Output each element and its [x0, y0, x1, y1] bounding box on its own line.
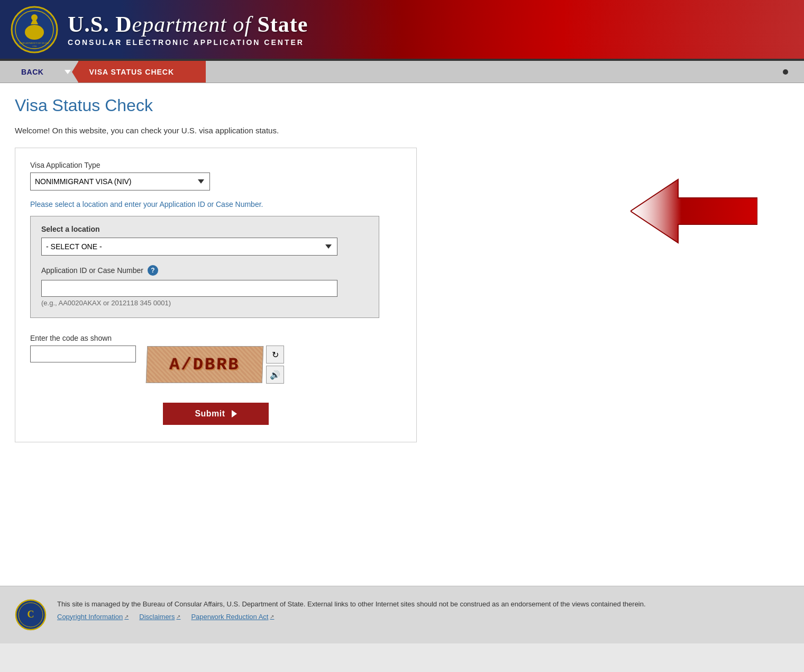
- nav-title: VISA STATUS CHECK: [78, 61, 206, 83]
- header-subtitle: CONSULAR ELECTRONIC APPLICATION CENTER: [68, 38, 308, 47]
- captcha-label: Enter the code as shown: [30, 334, 136, 342]
- app-id-label: Application ID or Case Number: [41, 266, 143, 275]
- captcha-image: A/DBRB: [146, 346, 263, 383]
- svg-text:1789: 1789: [32, 45, 36, 48]
- submit-arrow-icon: [232, 410, 237, 417]
- submit-label: Submit: [195, 409, 225, 419]
- captcha-audio-button[interactable]: 🔊: [266, 366, 284, 384]
- svg-text:DEPARTMENT OF STATE: DEPARTMENT OF STATE: [20, 42, 49, 44]
- footer-managed-text: This site is managed by the Bureau of Co…: [57, 599, 646, 610]
- copyright-link[interactable]: Copyright Information: [57, 613, 129, 621]
- header-title: U.S. Department of State CONSULAR ELECTR…: [68, 12, 308, 46]
- captcha-refresh-button[interactable]: ↻: [266, 346, 284, 364]
- header-seal: DEPARTMENT OF STATE 1789: [11, 6, 58, 53]
- captcha-buttons: ↻ 🔊: [266, 346, 284, 384]
- captcha-input-group: Enter the code as shown: [30, 334, 136, 362]
- navigation-bar: BACK VISA STATUS CHECK: [0, 61, 804, 83]
- visa-type-select[interactable]: NONIMMIGRANT VISA (NIV) IMMIGRANT VISA (…: [30, 172, 210, 190]
- main-content: Visa Status Check Welcome! On this websi…: [0, 83, 804, 586]
- inner-section: Select a location - SELECT ONE - Applica…: [30, 216, 379, 318]
- submit-button[interactable]: Submit: [163, 403, 268, 425]
- footer-seal: C: [15, 599, 47, 631]
- header-title-main: U.S. Department of State: [68, 12, 308, 37]
- page-title: Visa Status Check: [15, 96, 789, 115]
- help-icon[interactable]: ?: [148, 265, 158, 276]
- dropdown-arrow-icon: [65, 70, 71, 74]
- site-header: DEPARTMENT OF STATE 1789 U.S. Department…: [0, 0, 804, 61]
- svg-marker-9: [631, 179, 757, 243]
- app-id-input[interactable]: [41, 280, 337, 297]
- svg-text:C: C: [28, 609, 34, 620]
- svg-point-6: [31, 14, 38, 21]
- form-container: Visa Application Type NONIMMIGRANT VISA …: [15, 148, 417, 442]
- location-hint: Please select a location and enter your …: [30, 200, 401, 208]
- submit-row: Submit: [30, 403, 401, 425]
- select-location-label: Select a location: [41, 225, 368, 233]
- footer-links: Copyright Information Disclaimers Paperw…: [57, 613, 646, 621]
- disclaimers-link[interactable]: Disclaimers: [139, 613, 180, 621]
- welcome-text: Welcome! On this website, you can check …: [15, 126, 789, 135]
- nav-title-text: VISA STATUS CHECK: [89, 68, 174, 76]
- location-select[interactable]: - SELECT ONE -: [41, 238, 337, 256]
- visa-type-label: Visa Application Type: [30, 161, 401, 169]
- site-footer: C This site is managed by the Bureau of …: [0, 586, 804, 643]
- svg-point-2: [25, 25, 44, 40]
- paperwork-link[interactable]: Paperwork Reduction Act: [191, 613, 274, 621]
- app-id-hint: (e.g., AA0020AKAX or 2012118 345 0001): [41, 299, 368, 307]
- nav-indicator-dot: [783, 69, 788, 75]
- back-button[interactable]: BACK: [0, 61, 65, 83]
- captcha-input[interactable]: [30, 346, 136, 362]
- captcha-section: Enter the code as shown A/DBRB ↻ 🔊: [30, 334, 401, 384]
- attention-arrow: [631, 174, 757, 248]
- footer-text-block: This site is managed by the Bureau of Co…: [57, 599, 646, 621]
